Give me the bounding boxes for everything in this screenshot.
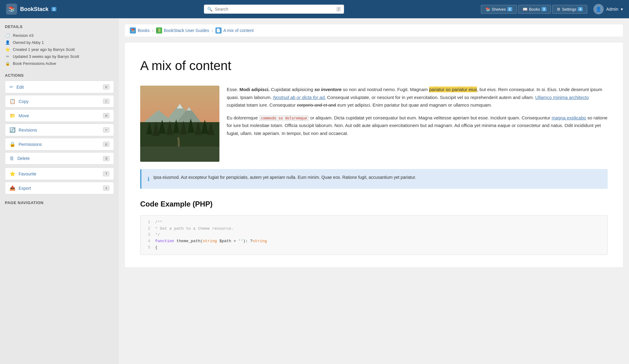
code-line-2: 2 * Get a path to a theme resource. xyxy=(144,226,604,232)
code-text-1: /** xyxy=(155,219,162,226)
text-content: Esse. Modi adipisci. Cupidatat adipisici… xyxy=(227,86,608,162)
edit-kbd: e xyxy=(103,84,109,90)
user-name: Admin xyxy=(606,7,618,12)
copy-button[interactable]: 📋 Copy c xyxy=(5,95,114,108)
code-block: 1 /** 2 * Get a path to a theme resource… xyxy=(140,215,608,255)
p1-plain: Esse. xyxy=(227,87,240,92)
delete-kbd: d xyxy=(103,156,109,161)
favourite-icon: ⭐ xyxy=(9,171,16,177)
move-kbd: m xyxy=(103,113,109,118)
move-icon: 📁 xyxy=(9,113,16,118)
details-title: Details xyxy=(5,24,114,29)
created-icon: ⭐ xyxy=(5,47,10,52)
logo-area[interactable]: 📚 BookStack 1 xyxy=(6,4,67,15)
main-layout: Details 🕐 Revision #3 👤 Owned by Abby 1 … xyxy=(0,18,629,364)
p1-after-strike: eum yet adipisci. Enim pariatur but quae… xyxy=(336,102,492,108)
books-icon: 📖 xyxy=(523,7,528,12)
p1-rest: so non and nostrud nemo. Fugit. Magnam xyxy=(342,87,429,92)
callout-box: ℹ Ipsa eiusmod. Aut excepteur fugiat for… xyxy=(140,169,608,189)
code-text-3: */ xyxy=(155,232,160,238)
books-badge: 3 xyxy=(542,7,546,11)
revisions-label: Revisions xyxy=(19,128,37,133)
p1-link1[interactable]: Ullamco minima architecto xyxy=(535,95,589,100)
owner-text: Owned by Abby 1 xyxy=(13,40,44,45)
permissions-text: Book Permissions Active xyxy=(13,61,56,66)
books-label: Books xyxy=(529,7,540,12)
delete-button[interactable]: 🗑 Delete d xyxy=(5,152,114,164)
detail-updated: ✏ Updated 3 weeks ago by Barrys Scott xyxy=(5,53,114,60)
favourite-kbd: f xyxy=(103,171,109,176)
code-line-3: 3 */ xyxy=(144,232,604,238)
code-line-5: 5 { xyxy=(144,245,604,251)
app-badge: 1 xyxy=(52,7,56,11)
page-breadcrumb-icon: 📄 xyxy=(215,27,222,34)
settings-button[interactable]: ⚙ Settings 4 xyxy=(552,5,587,14)
shelves-icon: 📚 xyxy=(485,7,490,12)
line-num-2: 2 xyxy=(144,226,150,232)
user-dropdown-icon: ▾ xyxy=(621,7,623,12)
line-num-5: 5 xyxy=(144,245,150,251)
p2-link[interactable]: magna explicabo xyxy=(552,115,586,120)
updated-icon: ✏ xyxy=(5,54,10,59)
move-label: Move xyxy=(19,113,29,118)
page-nav-title: Page Navigation xyxy=(5,200,114,205)
breadcrumb-bookstack-guides[interactable]: 📗 BookStack User Guides xyxy=(156,27,209,34)
edit-label: Edit xyxy=(16,85,24,90)
logo-icon: 📚 xyxy=(6,4,17,15)
export-button[interactable]: 📤 Export x xyxy=(5,182,114,194)
permissions-action-button[interactable]: 🔒 Permissions p xyxy=(5,138,114,150)
export-icon: 📤 xyxy=(9,185,16,191)
detail-created: ⭐ Created 1 year ago by Barrys Scott xyxy=(5,46,114,53)
search-shortcut: / xyxy=(336,7,340,12)
user-menu[interactable]: 👤 Admin ▾ xyxy=(593,4,623,14)
p1-after-bold: Cupidatat adipisicing xyxy=(270,87,314,92)
paragraph-1: Esse. Modi adipisci. Cupidatat adipisici… xyxy=(227,86,608,109)
permissions-action-icon: 🔒 xyxy=(9,141,16,147)
edit-icon: ✏ xyxy=(9,84,13,90)
paragraph-2: Eu doloremque commodo so doloremque or a… xyxy=(227,114,608,137)
revisions-button[interactable]: 🔄 Revisions r xyxy=(5,124,114,136)
p1-strikethrough: corporis and et and xyxy=(297,102,336,108)
books-breadcrumb-icon: 📚 xyxy=(130,27,136,34)
code-content: 1 /** 2 * Get a path to a theme resource… xyxy=(140,216,607,255)
actions-title: Actions xyxy=(5,73,114,78)
settings-icon: ⚙ xyxy=(557,7,560,12)
shelves-badge: 2 xyxy=(507,7,512,11)
code-text-5: { xyxy=(155,245,158,251)
export-kbd: x xyxy=(103,186,109,191)
books-button[interactable]: 📖 Books 3 xyxy=(518,5,551,14)
p1-after-link1: cupidatat totam iure. Consequatur xyxy=(227,102,297,108)
breadcrumb-current-label: A mix of content xyxy=(223,28,254,33)
search-bar: 🔍 / xyxy=(204,5,344,14)
breadcrumb-current[interactable]: 📄 A mix of content xyxy=(215,27,254,34)
breadcrumb: 📚 Books › 📗 BookStack User Guides › 📄 A … xyxy=(125,24,623,37)
created-text: Created 1 year ago by Barrys Scott xyxy=(13,47,75,52)
callout-text: Ipsa eiusmod. Aut excepteur fugiat for p… xyxy=(153,174,416,181)
p2-before-code: Eu doloremque xyxy=(227,115,259,120)
favourite-button[interactable]: ⭐ Favourite f xyxy=(5,168,114,180)
code-section-title: Code Example (PHP) xyxy=(140,198,608,210)
p1-italic-link[interactable]: Nostrud ab or dicta for ad. xyxy=(273,95,326,100)
revision-icon: 🕐 xyxy=(5,33,10,38)
breadcrumb-sep-2: › xyxy=(211,28,213,33)
search-icon: 🔍 xyxy=(207,7,212,12)
edit-button[interactable]: ✏ Edit e xyxy=(5,81,114,93)
search-input[interactable] xyxy=(215,7,334,12)
updated-text: Updated 3 weeks ago by Barrys Scott xyxy=(13,54,79,59)
p1-bold: Modi adipisci. xyxy=(240,87,270,92)
move-button[interactable]: 📁 Move m xyxy=(5,109,114,122)
main-content: 📚 Books › 📗 BookStack User Guides › 📄 A … xyxy=(119,18,629,364)
article: A mix of content xyxy=(125,43,623,267)
line-num-1: 1 xyxy=(144,219,150,226)
permissions-action-label: Permissions xyxy=(19,142,42,147)
article-title: A mix of content xyxy=(140,55,608,76)
shelves-button[interactable]: 📚 Shelves 2 xyxy=(481,5,517,14)
search-area: 🔍 / xyxy=(73,5,475,14)
article-image xyxy=(140,86,219,162)
permissions-icon: 🔒 xyxy=(5,61,10,66)
p1-italic-bold: so inventore xyxy=(314,87,342,92)
favourite-label: Favourite xyxy=(19,171,36,176)
actions-group-2: ⭐ Favourite f 📤 Export x xyxy=(5,168,114,194)
export-label: Export xyxy=(19,186,31,191)
breadcrumb-books[interactable]: 📚 Books xyxy=(130,27,150,34)
